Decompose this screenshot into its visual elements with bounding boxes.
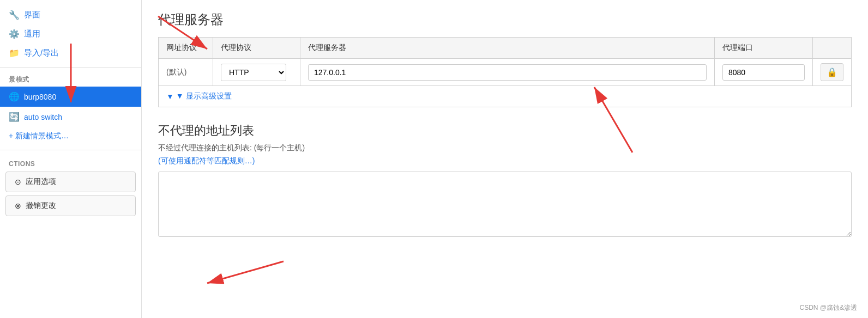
sidebar-action-revert-label: 撤销更改 <box>26 201 56 211</box>
sidebar-add-profile-label: + 新建情景模式… <box>9 131 69 141</box>
sidebar-action-apply[interactable]: ⊙ 应用选项 <box>5 172 136 192</box>
import-icon: 📁 <box>9 48 20 58</box>
no-proxy-title: 不代理的地址列表 <box>158 123 852 139</box>
sidebar-item-import-export[interactable]: 📁 导入/导出 <box>0 44 141 63</box>
switch-icon: 🔄 <box>9 112 20 122</box>
advanced-settings-label: ▼ 显示高级设置 <box>176 91 232 101</box>
sidebar-item-import-export-label: 导入/导出 <box>24 48 59 58</box>
wrench-icon: 🔧 <box>9 10 20 20</box>
sidebar-divider-2 <box>0 150 141 150</box>
sidebar-item-interface[interactable]: 🔧 界面 <box>0 5 141 25</box>
sidebar-add-profile[interactable]: + 新建情景模式… <box>0 127 141 145</box>
col-url-protocol: 网址协议 <box>159 38 213 59</box>
proxy-protocol-select[interactable]: HTTP HTTPS SOCKS4 SOCKS5 <box>221 64 286 81</box>
row-proxy-protocol: HTTP HTTPS SOCKS4 SOCKS5 <box>213 59 300 86</box>
sidebar-profile-auto-switch[interactable]: 🔄 auto switch <box>0 107 141 127</box>
sidebar-action-revert[interactable]: ⊗ 撤销更改 <box>5 195 136 216</box>
no-proxy-section: 不代理的地址列表 不经过代理连接的主机列表: (每行一个主机) (可使用通配符等… <box>158 123 852 238</box>
main-content: 代理服务器 网址协议 代理协议 代理服务器 代理端口 (默认) HTTP HTT… <box>142 0 868 318</box>
sidebar-actions-label: CTIONS <box>0 155 141 170</box>
svg-line-7 <box>207 261 284 283</box>
lock-button[interactable]: 🔒 <box>821 63 843 81</box>
row-proxy-server <box>300 59 715 86</box>
col-proxy-protocol: 代理协议 <box>213 38 300 59</box>
sidebar-section-label: 景模式 <box>0 72 141 87</box>
row-proxy-port <box>715 59 813 86</box>
col-lock <box>813 38 852 59</box>
sidebar-profile-auto-switch-label: auto switch <box>24 113 62 121</box>
sidebar-action-apply-label: 应用选项 <box>26 177 56 187</box>
sidebar-divider <box>0 67 141 68</box>
sidebar-profile-burp8080[interactable]: 🌐 burp8080 <box>0 87 141 107</box>
chevron-down-icon: ▼ <box>166 92 174 101</box>
proxy-table-row: (默认) HTTP HTTPS SOCKS4 SOCKS5 🔒 <box>159 59 852 86</box>
col-proxy-server: 代理服务器 <box>300 38 715 59</box>
no-proxy-wildcard-link[interactable]: (可使用通配符等匹配规则…) <box>158 156 255 166</box>
row-lock-cell: 🔒 <box>813 59 852 86</box>
proxy-server-input[interactable] <box>308 64 707 81</box>
no-proxy-textarea[interactable] <box>158 172 852 237</box>
globe-icon: 🌐 <box>9 91 20 102</box>
sidebar-profile-burp8080-label: burp8080 <box>24 93 56 101</box>
sidebar-item-interface-label: 界面 <box>24 10 40 20</box>
row-url-protocol: (默认) <box>159 59 213 86</box>
col-proxy-port: 代理端口 <box>715 38 813 59</box>
watermark: CSDN @腐蚀&渗透 <box>799 303 857 313</box>
proxy-table: 网址协议 代理协议 代理服务器 代理端口 (默认) HTTP HTTPS SOC… <box>158 37 852 86</box>
advanced-settings-link[interactable]: ▼ ▼ 显示高级设置 <box>158 86 852 107</box>
sidebar-item-general-label: 通用 <box>24 29 40 39</box>
sidebar-item-general[interactable]: ⚙️ 通用 <box>0 25 141 44</box>
proxy-section-title: 代理服务器 <box>158 11 852 28</box>
proxy-port-input[interactable] <box>722 64 805 81</box>
no-proxy-desc: 不经过代理连接的主机列表: (每行一个主机) <box>158 143 852 153</box>
gear-icon: ⚙️ <box>9 29 20 39</box>
apply-icon: ⊙ <box>15 178 21 186</box>
cancel-icon: ⊗ <box>15 201 21 210</box>
sidebar: 🔧 界面 ⚙️ 通用 📁 导入/导出 景模式 🌐 burp8080 🔄 auto… <box>0 0 142 318</box>
